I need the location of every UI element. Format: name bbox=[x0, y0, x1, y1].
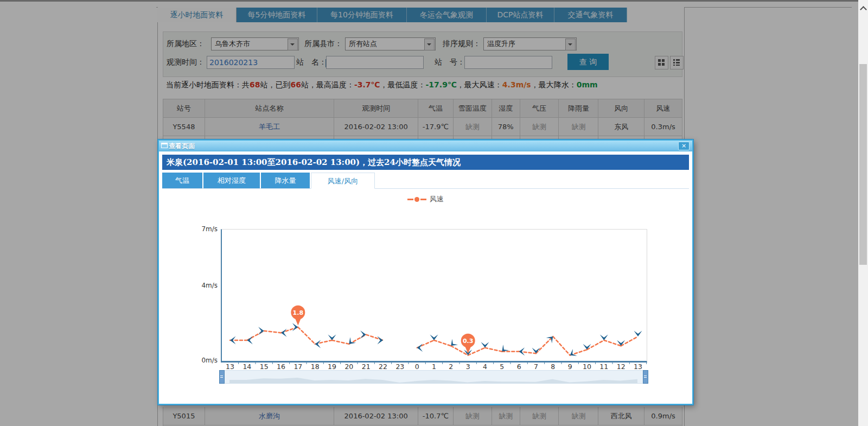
dialog-titlebar[interactable]: 查看页面 × bbox=[159, 141, 692, 151]
window-icon bbox=[161, 143, 168, 148]
wind-direction-arrow-icon bbox=[281, 329, 287, 337]
x-tick-label: 18 bbox=[311, 363, 320, 371]
dialog-header-title: 米泉(2016-02-01 13:00至2016-02-02 13:00)，过去… bbox=[162, 155, 689, 170]
wind-direction-arrow-icon bbox=[328, 334, 336, 340]
wind-direction-arrow-icon bbox=[346, 337, 356, 347]
datazoom-slider[interactable] bbox=[221, 370, 647, 384]
datazoom-left-handle[interactable] bbox=[219, 370, 225, 384]
wind-speed-chart: 1314151617181920212223012345678910111213… bbox=[221, 229, 647, 363]
legend-label: 风速 bbox=[430, 194, 444, 204]
y-tick-label: 0m/s bbox=[181, 355, 218, 365]
dialog-tab-3[interactable]: 风速/风向 bbox=[311, 173, 375, 189]
x-tick-label: 22 bbox=[379, 363, 387, 371]
x-tick-label: 19 bbox=[328, 363, 336, 371]
dialog-tab-1[interactable]: 相对湿度 bbox=[203, 173, 260, 188]
x-tick-label: 13 bbox=[634, 363, 642, 371]
wind-direction-arrow-icon bbox=[292, 323, 298, 331]
x-tick-label: 12 bbox=[617, 363, 626, 371]
svg-text:0.3: 0.3 bbox=[463, 338, 474, 345]
x-tick-label: 5 bbox=[500, 363, 504, 371]
chart-canvas: 1314151617181920212223012345678910111213… bbox=[222, 230, 647, 361]
data-label-balloon: 0.3 bbox=[461, 334, 475, 354]
y-tick-label: 4m/s bbox=[181, 281, 218, 290]
x-tick-label: 14 bbox=[242, 363, 251, 371]
wind-direction-arrow-icon bbox=[634, 331, 642, 337]
x-tick-label: 2 bbox=[449, 363, 453, 371]
x-tick-label: 10 bbox=[583, 363, 591, 371]
dialog-tab-0[interactable]: 气温 bbox=[162, 173, 202, 188]
x-tick-label: 16 bbox=[277, 363, 285, 371]
legend-dot-icon bbox=[414, 197, 419, 202]
legend-line-icon bbox=[407, 199, 413, 200]
x-tick-label: 13 bbox=[226, 363, 234, 371]
x-tick-label: 6 bbox=[517, 363, 521, 371]
wind-direction-arrow-icon bbox=[258, 327, 264, 335]
x-tick-label: 21 bbox=[362, 363, 371, 371]
wind-direction-arrow-icon bbox=[360, 330, 366, 339]
dialog-title: 查看页面 bbox=[169, 142, 195, 151]
x-tick-label: 0 bbox=[415, 363, 419, 371]
scrollbar-thumb[interactable] bbox=[859, 64, 867, 265]
x-tick-label: 11 bbox=[599, 363, 608, 371]
vertical-scrollbar[interactable] bbox=[858, 0, 868, 426]
x-tick-label: 17 bbox=[293, 363, 302, 371]
svg-text:1.8: 1.8 bbox=[293, 309, 304, 316]
dialog-tab-2[interactable]: 降水量 bbox=[261, 173, 310, 188]
x-tick-label: 23 bbox=[395, 363, 404, 371]
dialog-tab-bar: 气温相对湿度降水量风速/风向 bbox=[162, 173, 689, 189]
datazoom-silhouette bbox=[221, 371, 646, 383]
wind-direction-arrow-icon bbox=[532, 348, 540, 354]
x-tick-label: 4 bbox=[483, 363, 487, 371]
view-page-dialog: 查看页面 × 米泉(2016-02-01 13:00至2016-02-02 13… bbox=[158, 139, 693, 405]
wind-direction-arrow-icon bbox=[481, 342, 489, 348]
x-tick-label: 7 bbox=[534, 363, 538, 371]
data-label-balloon: 1.8 bbox=[291, 306, 305, 326]
wind-direction-arrow-icon bbox=[499, 345, 509, 354]
x-tick-label: 3 bbox=[466, 363, 470, 371]
wind-direction-arrow-icon bbox=[600, 334, 608, 340]
chart-legend[interactable]: 风速 bbox=[159, 195, 692, 204]
x-tick-label: 15 bbox=[260, 363, 269, 371]
wind-direction-arrow-icon bbox=[377, 336, 383, 344]
scroll-up-arrow-icon[interactable] bbox=[858, 3, 868, 13]
close-button[interactable]: × bbox=[678, 142, 690, 150]
wind-direction-arrow-icon bbox=[430, 334, 438, 340]
x-tick-label: 20 bbox=[344, 363, 353, 371]
y-tick-label: 7m/s bbox=[181, 224, 218, 234]
datazoom-right-handle[interactable] bbox=[643, 370, 648, 384]
x-tick-label: 1 bbox=[432, 363, 436, 371]
x-tick-label: 9 bbox=[568, 363, 572, 371]
top-border-line bbox=[0, 0, 868, 2]
x-tick-label: 8 bbox=[551, 363, 555, 371]
legend-line-icon bbox=[420, 199, 426, 200]
